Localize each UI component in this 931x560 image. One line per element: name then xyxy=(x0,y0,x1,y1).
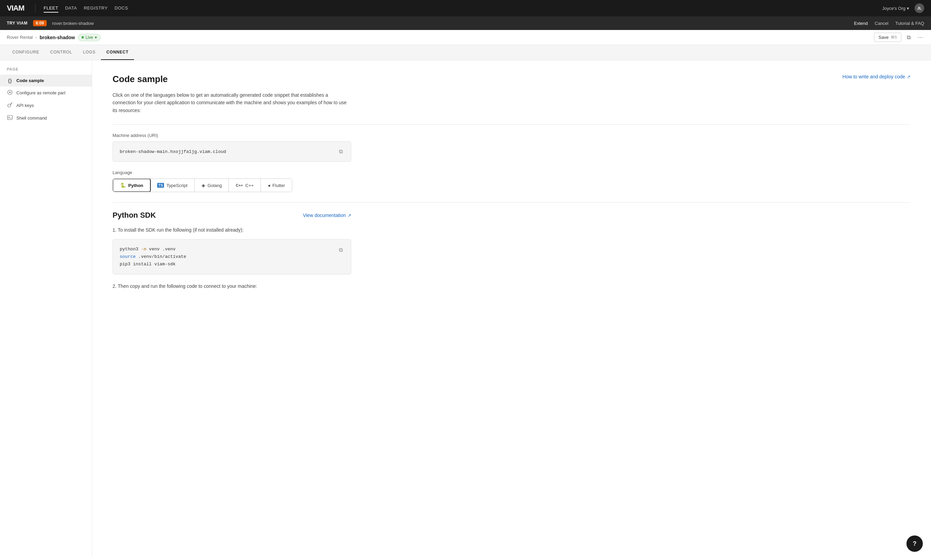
golang-icon: ◈ xyxy=(202,183,205,188)
machine-address-box: broken-shadow-main.hxojjfa1jg.viam.cloud… xyxy=(113,142,351,162)
nav-registry[interactable]: REGISTRY xyxy=(84,4,108,12)
code-pip3: pip3 install viam-sdk xyxy=(120,262,176,267)
live-chevron-icon: ▾ xyxy=(95,35,97,40)
python-icon: 🐍 xyxy=(120,183,126,188)
top-navigation: VIAM FLEET DATA REGISTRY DOCS Joyce's Or… xyxy=(0,0,931,16)
sidebar-item-configure-remote-label: Configure as remote part xyxy=(16,90,65,95)
timer-badge: 6:09 xyxy=(33,20,47,26)
flutter-icon: ◂ xyxy=(268,183,270,188)
code-python3: python3 xyxy=(120,247,141,252)
tab-connect[interactable]: CONNECT xyxy=(101,45,134,60)
shell-command-icon xyxy=(7,115,13,121)
sidebar-item-api-keys[interactable]: API keys xyxy=(0,99,92,112)
save-shortcut: ⌘S xyxy=(891,35,897,40)
python-label: Python xyxy=(128,183,143,188)
language-tabs: 🐍 Python TS TypeScript ◈ Golang C++ C++ … xyxy=(113,178,292,192)
copy-step1-button[interactable]: ⧉ xyxy=(338,246,344,254)
nav-data[interactable]: DATA xyxy=(65,4,77,12)
view-docs-label: View documentation xyxy=(303,212,346,218)
main-layout: PAGE {} Code sample Configure as remote … xyxy=(0,60,931,557)
help-fab-button[interactable]: ? xyxy=(906,535,923,552)
sidebar-item-api-keys-label: API keys xyxy=(16,103,34,108)
sdk-header: Python SDK View documentation ↗ xyxy=(113,211,351,220)
copy-address-button[interactable]: ⧉ xyxy=(338,147,344,156)
cpp-icon: C++ xyxy=(236,183,243,187)
breadcrumb-current: broken-shadow xyxy=(40,35,75,40)
try-viam-bar: TRY VIAM 6:09 rover:broken-shadow Extend… xyxy=(0,16,931,30)
flutter-label: Flutter xyxy=(272,183,285,188)
machine-address-label: Machine address (URI) xyxy=(113,133,911,138)
divider-1 xyxy=(113,124,911,125)
sidebar-item-code-sample[interactable]: {} Code sample xyxy=(0,75,92,86)
typescript-icon: TS xyxy=(157,183,164,188)
section-header: Code sample How to write and deploy code… xyxy=(113,74,911,85)
sidebar-section-label: PAGE xyxy=(0,67,92,75)
sdk-title: Python SDK xyxy=(113,211,156,220)
nav-links: FLEET DATA REGISTRY DOCS xyxy=(44,4,128,12)
tab-logs[interactable]: LOGS xyxy=(77,45,101,60)
step2-text: 2. Then copy and run the following code … xyxy=(113,283,911,290)
try-viam-label: TRY VIAM xyxy=(7,21,28,26)
machine-address-value: broken-shadow-main.hxojjfa1jg.viam.cloud xyxy=(120,149,226,154)
copy-icon-btn[interactable]: ⧉ xyxy=(905,33,912,42)
language-label: Language xyxy=(113,170,911,175)
avatar[interactable]: JL xyxy=(915,3,924,13)
breadcrumb-parent[interactable]: Rover Rental xyxy=(7,35,33,40)
breadcrumb-right: Save ⌘S ⧉ ⋯ xyxy=(874,33,924,42)
section-title: Code sample xyxy=(113,74,168,85)
step1-text: 1. To install the SDK run the following … xyxy=(113,226,911,234)
code-source: source xyxy=(120,254,136,259)
save-button[interactable]: Save ⌘S xyxy=(874,33,901,42)
sidebar-item-code-sample-label: Code sample xyxy=(16,78,44,83)
lang-golang[interactable]: ◈ Golang xyxy=(195,179,229,192)
live-dot xyxy=(82,36,84,38)
external-link-icon: ↗ xyxy=(907,74,911,79)
sidebar-item-shell-command-label: Shell command xyxy=(16,115,47,121)
lang-cpp[interactable]: C++ C++ xyxy=(229,179,261,192)
tab-bar: CONFIGURE CONTROL LOGS CONNECT xyxy=(0,45,931,60)
chevron-down-icon: ▾ xyxy=(907,6,909,11)
machine-path: rover:broken-shadow xyxy=(52,21,94,26)
nav-divider xyxy=(35,4,36,12)
save-label: Save xyxy=(879,35,889,40)
divider-2 xyxy=(113,202,911,203)
lang-python[interactable]: 🐍 Python xyxy=(113,178,151,192)
svg-point-1 xyxy=(9,92,11,93)
breadcrumb-bar: Rover Rental › broken-shadow Live ▾ Save… xyxy=(0,30,931,45)
more-options-button[interactable]: ⋯ xyxy=(916,33,924,42)
live-badge: Live ▾ xyxy=(78,34,100,41)
sidebar-item-configure-remote[interactable]: Configure as remote part xyxy=(0,86,92,99)
lang-typescript[interactable]: TS TypeScript xyxy=(150,179,195,192)
viam-logo: VIAM xyxy=(7,4,24,12)
tab-control[interactable]: CONTROL xyxy=(45,45,77,60)
step1-code-text: python3 -m venv .venv source .venv/bin/a… xyxy=(120,246,186,268)
typescript-label: TypeScript xyxy=(167,183,187,188)
code-sample-icon: {} xyxy=(7,78,13,83)
cancel-button[interactable]: Cancel xyxy=(875,21,888,26)
extend-button[interactable]: Extend xyxy=(854,21,868,26)
nav-docs[interactable]: DOCS xyxy=(114,4,128,12)
how-to-deploy-label: How to write and deploy code xyxy=(842,74,905,79)
sidebar-item-shell-command[interactable]: Shell command xyxy=(0,112,92,124)
view-docs-external-icon: ↗ xyxy=(347,213,351,218)
breadcrumb-separator: › xyxy=(36,35,37,40)
lang-flutter[interactable]: ◂ Flutter xyxy=(261,179,292,192)
description-text: Click on one of the languages below to g… xyxy=(113,91,351,114)
nav-right: Joyce's Org ▾ JL xyxy=(882,3,924,13)
nav-fleet[interactable]: FLEET xyxy=(44,4,58,12)
how-to-deploy-link[interactable]: How to write and deploy code ↗ xyxy=(842,74,911,79)
live-label: Live xyxy=(86,35,93,40)
org-selector[interactable]: Joyce's Org ▾ xyxy=(882,6,909,11)
api-keys-icon xyxy=(7,102,13,109)
tutorial-faq-button[interactable]: Tutorial & FAQ xyxy=(895,21,924,26)
cpp-label: C++ xyxy=(245,183,254,188)
remote-part-icon xyxy=(7,89,13,96)
tab-configure[interactable]: CONFIGURE xyxy=(7,45,45,60)
org-name: Joyce's Org xyxy=(882,6,905,11)
sidebar: PAGE {} Code sample Configure as remote … xyxy=(0,60,92,557)
view-docs-link[interactable]: View documentation ↗ xyxy=(303,212,351,218)
step1-code-block: python3 -m venv .venv source .venv/bin/a… xyxy=(113,239,351,275)
code-m-flag: -m xyxy=(141,247,146,252)
help-icon: ? xyxy=(913,540,917,548)
main-content: Code sample How to write and deploy code… xyxy=(92,60,931,557)
